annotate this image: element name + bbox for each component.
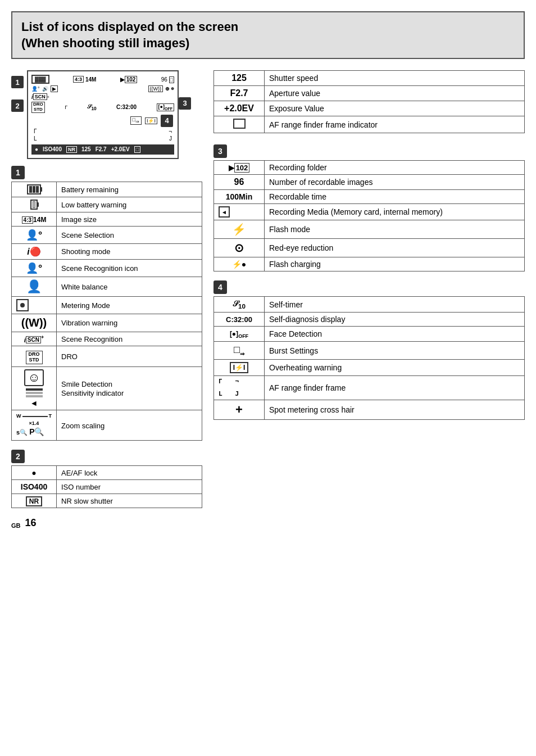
icon-cell: ⚡● <box>214 257 265 271</box>
desc-cell: Exposure Value <box>265 101 525 116</box>
icon-cell: 125 <box>214 71 265 86</box>
camera-folder: ▶102 <box>120 76 138 83</box>
section2-table: ● AE/AF lock ISO400 ISO number NR NR slo… <box>11 465 202 508</box>
table-row: ⚡ Flash mode <box>214 220 525 239</box>
table-row: 👤 White balance <box>12 277 202 296</box>
desc-cell: Shooting mode <box>57 243 202 259</box>
table-row: [●]OFF Face Detection <box>214 326 525 341</box>
desc-cell: Metering Mode <box>57 296 202 314</box>
shutter-table: 125 Shutter speed F2.7 Aperture value +2… <box>214 70 525 133</box>
icon-cell: 𝒮10 <box>214 297 265 313</box>
camera-row3: i SCN+ <box>31 93 174 101</box>
section-num-1: 1 <box>11 166 25 179</box>
desc-cell: Recordable time <box>265 190 525 204</box>
desc-cell: Recording Media (Memory card, internal m… <box>265 204 525 220</box>
crosshair-row: + Spot metering cross hair <box>214 400 525 420</box>
camera-row4: DROSTD Γ 𝒮10 C:32:00 [●]OFF <box>31 101 174 114</box>
icon-cell: 100Min <box>214 190 265 204</box>
icon-cell: 👤 <box>12 277 57 296</box>
icon-cell: DROSTD <box>12 346 57 367</box>
icon-cell: ⊙ <box>214 239 265 257</box>
icon-cell: NR <box>12 494 57 508</box>
desc-cell: DRO <box>57 346 202 367</box>
icon-cell: □⇒ <box>214 342 265 360</box>
overheating-row: I⚡I Overheating warning <box>214 359 525 375</box>
table-row: iSCN+ Scene Recognition <box>12 332 202 346</box>
section3-table: ▶102 Recording folder 96 Number of recor… <box>214 160 525 271</box>
section-badge-2-cam: 2 <box>11 99 24 112</box>
table-row: ▶102 Recording folder <box>214 161 525 175</box>
desc-cell: Battery remaining <box>57 182 202 197</box>
icon-cell: 4:314M <box>12 212 57 226</box>
section-badge-3-cam: 3 <box>179 97 191 110</box>
icon-cell: ISO400 <box>12 480 57 494</box>
page-title: List of icons displayed on the screen (W… <box>11 11 525 59</box>
table-row: 100Min Recordable time <box>214 190 525 204</box>
desc-cell: Flash charging <box>265 257 525 271</box>
desc-cell: Face Detection <box>265 326 525 341</box>
desc-cell: Shutter speed <box>265 71 525 86</box>
section-num-2: 2 <box>11 450 25 463</box>
table-row: NR NR slow shutter <box>12 494 202 508</box>
zoom-icon-cell: W T ×1.4 s🔍 P🔍 <box>12 410 57 441</box>
icon-cell: [●]OFF <box>214 326 265 341</box>
desc-cell: Aperture value <box>265 86 525 101</box>
desc-cell: AE/AF lock <box>57 466 202 480</box>
table-row: ⚡● Flash charging <box>214 257 525 271</box>
section1-table: Battery remaining Low battery warning <box>11 182 202 441</box>
smile-desc-cell: Smile DetectionSensitivity indicator <box>57 367 202 410</box>
icon-cell: +2.0EV <box>214 101 265 116</box>
table-row: ◄ Recording Media (Memory card, internal… <box>214 204 525 220</box>
table-row: AF range finder frame indicator <box>214 116 525 133</box>
desc-cell: Red-eye reduction <box>265 239 525 257</box>
desc-cell: Image size <box>57 212 202 226</box>
table-row: +2.0EV Exposure Value <box>214 101 525 116</box>
desc-cell: Scene Recognition icon <box>57 259 202 277</box>
desc-cell: Scene Selection <box>57 226 202 243</box>
icon-cell <box>12 197 57 212</box>
desc-cell: Recording folder <box>265 161 525 175</box>
icon-cell: F2.7 <box>214 86 265 101</box>
icon-cell: ⚡ <box>214 220 265 239</box>
table-row: 𝒮10 Self-timer <box>214 297 525 313</box>
section-num-4: 4 <box>214 280 227 294</box>
zoom-desc-cell: Zoom scaling <box>57 410 202 441</box>
af-frame-icon-cell: Γ¬ LJ <box>214 375 265 400</box>
icon-cell: ((W)) <box>12 314 57 332</box>
desc-cell: NR slow shutter <box>57 494 202 508</box>
desc-cell: Burst Settings <box>265 342 525 360</box>
desc-cell: Self-diagnosis display <box>265 312 525 326</box>
camera-bottom-bar: ● ISO400 NR 125 F2.7 +2.0EV □ <box>31 144 174 155</box>
desc-cell: Low battery warning <box>57 197 202 212</box>
section4-table: 𝒮10 Self-timer C:32:00 Self-diagnosis di… <box>214 296 525 420</box>
icon-cell <box>214 116 265 133</box>
table-row: Battery remaining <box>12 182 202 197</box>
desc-cell: Scene Recognition <box>57 332 202 346</box>
table-row: 👤° Scene Selection <box>12 226 202 243</box>
camera-row7: LJ <box>31 135 174 142</box>
table-row: ISO400 ISO number <box>12 480 202 494</box>
table-row: 96 Number of recordable images <box>214 175 525 190</box>
icon-cell: ● <box>12 466 57 480</box>
table-row: ● AE/AF lock <box>12 466 202 480</box>
crosshair-icon-cell: + <box>214 400 265 420</box>
table-row: DROSTD DRO <box>12 346 202 367</box>
table-row: Metering Mode <box>12 296 202 314</box>
icon-cell: 👤° <box>12 226 57 243</box>
desc-cell: Self-timer <box>265 297 525 313</box>
table-row: ⊙ Red-eye reduction <box>214 239 525 257</box>
icon-cell: 👤° <box>12 259 57 277</box>
icon-cell: ◄ <box>214 204 265 220</box>
icon-cell <box>12 182 57 197</box>
desc-cell: Number of recordable images <box>265 175 525 190</box>
icon-cell: ▶102 <box>214 161 265 175</box>
icon-cell: iSCN+ <box>12 332 57 346</box>
table-row: C:32:00 Self-diagnosis display <box>214 312 525 326</box>
table-row: F2.7 Aperture value <box>214 86 525 101</box>
camera-row2: 👤° 🔊 ▶ ((W)) ⊕⊕ <box>31 85 174 93</box>
camera-count: 96 □ <box>161 76 174 83</box>
desc-cell: Vibration warning <box>57 314 202 332</box>
desc-cell: AF range finder frame indicator <box>265 116 525 133</box>
icon-cell: 96 <box>214 175 265 190</box>
section-badge-1: 1 <box>11 76 24 88</box>
